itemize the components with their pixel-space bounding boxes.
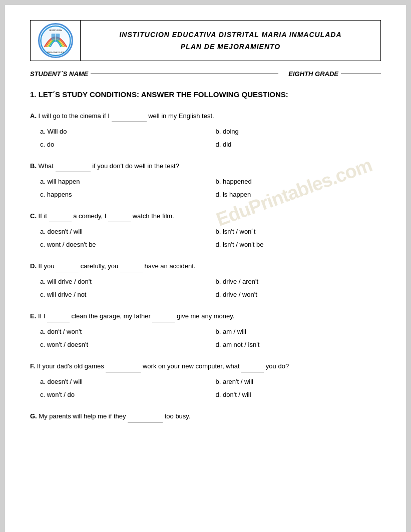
option-f4: d. don't / will [216, 389, 381, 400]
grade-line [341, 74, 381, 74]
option-c2: b. isn't / won´t [216, 226, 381, 237]
option-b1: a. will happen [40, 176, 206, 187]
question-c-text: C. If it a comedy, I watch the film. [30, 211, 381, 222]
option-b4: d. is happen [216, 189, 381, 200]
option-c4: d. isn't / won't be [216, 239, 381, 250]
option-a3: c. do [40, 139, 206, 150]
question-g-text: G. My parents will help me if they too b… [30, 411, 381, 422]
question-a: A. I will go to the cinema if I well in … [30, 111, 381, 150]
option-d2: b. drive / aren't [216, 276, 381, 287]
svg-text:MARIA INMACULADA: MARIA INMACULADA [47, 51, 64, 53]
question-g: G. My parents will help me if they too b… [30, 411, 381, 422]
header: INSTITUCION MARIA INMACULADA INSTITUCION… [30, 20, 381, 61]
plan-label: PLAN DE MEJORAMIENTO [86, 43, 375, 51]
question-f: F. If your dad's old games work on your … [30, 361, 381, 400]
option-b3: c. happens [40, 189, 206, 200]
grade-label: EIGHTH GRADE [288, 70, 338, 78]
name-label: STUDENT´S NAME [30, 70, 88, 78]
option-a1: a. Will do [40, 126, 206, 137]
question-e-options: a. don't / won't b. am / will c. won't /… [30, 326, 381, 350]
section-heading: 1. LET´S STUDY CONDITIONS: ANSWER THE FO… [30, 90, 381, 99]
question-b: B. What if you don't do well in the test… [30, 161, 381, 200]
svg-text:INSTITUCION: INSTITUCION [49, 29, 62, 32]
question-c: C. If it a comedy, I watch the film. a. … [30, 211, 381, 250]
institution-name: INSTITUCION EDUCATIVA DISTRITAL MARIA IN… [86, 31, 375, 39]
option-f1: a. doesn't / will [40, 376, 206, 387]
school-logo: INSTITUCION MARIA INMACULADA [38, 23, 73, 58]
header-text-block: INSTITUCION EDUCATIVA DISTRITAL MARIA IN… [81, 26, 380, 56]
question-f-options: a. doesn't / will b. aren't / will c. wo… [30, 376, 381, 400]
option-b2: b. happened [216, 176, 381, 187]
question-a-text: A. I will go to the cinema if I well in … [30, 111, 381, 122]
question-c-options: a. doesn't / will b. isn't / won´t c. wo… [30, 226, 381, 250]
option-a4: d. did [216, 139, 381, 150]
question-b-text: B. What if you don't do well in the test… [30, 161, 381, 172]
option-d3: c. will drive / not [40, 289, 206, 300]
question-d-text: D. If you carefully, you have an acciden… [30, 261, 381, 272]
question-d: D. If you carefully, you have an acciden… [30, 261, 381, 300]
option-f3: c. won't / do [40, 389, 206, 400]
option-a2: b. doing [216, 126, 381, 137]
option-d1: a. will drive / don't [40, 276, 206, 287]
logo-box: INSTITUCION MARIA INMACULADA [31, 21, 81, 61]
option-e3: c. won't / doesn't [40, 339, 206, 350]
student-info: STUDENT´S NAME EIGHTH GRADE [30, 70, 381, 78]
option-f2: b. aren't / will [216, 376, 381, 387]
question-e: E. If I clean the garage, my father give… [30, 311, 381, 350]
worksheet-page: INSTITUCION MARIA INMACULADA INSTITUCION… [5, 5, 406, 532]
option-c3: c. wont / doesn't be [40, 239, 206, 250]
option-e1: a. don't / won't [40, 326, 206, 337]
option-d4: d. drive / won't [216, 289, 381, 300]
option-c1: a. doesn't / will [40, 226, 206, 237]
question-e-text: E. If I clean the garage, my father give… [30, 311, 381, 322]
question-f-text: F. If your dad's old games work on your … [30, 361, 381, 372]
question-d-options: a. will drive / don't b. drive / aren't … [30, 276, 381, 300]
question-b-options: a. will happen b. happened c. happens d.… [30, 176, 381, 200]
name-line [91, 74, 278, 74]
option-e4: d. am not / isn't [216, 339, 381, 350]
option-e2: b. am / will [216, 326, 381, 337]
question-a-options: a. Will do b. doing c. do d. did [30, 126, 381, 150]
